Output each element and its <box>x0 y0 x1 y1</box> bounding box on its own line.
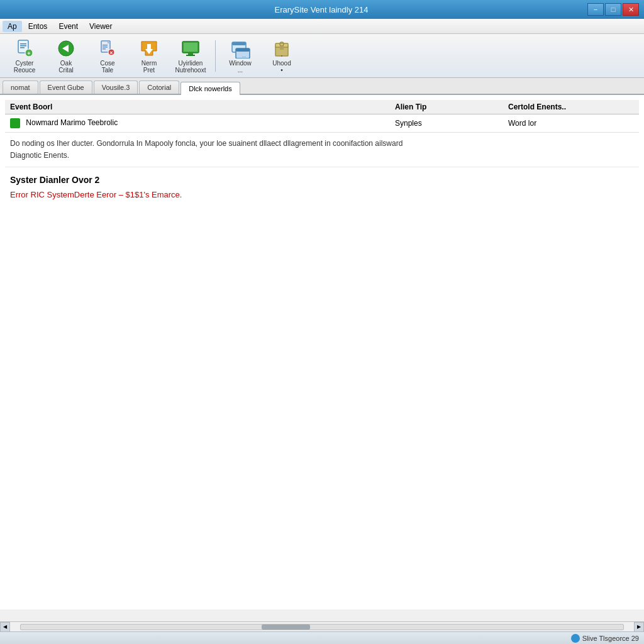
svg-text:...: ... <box>242 53 247 58</box>
page-icon: + <box>14 38 35 58</box>
col-header-certold: Certold Enents.. <box>508 103 634 111</box>
svg-rect-19 <box>184 43 197 52</box>
tab-bar: nomat Event Gube Vousile.3 Cotorial Dlck… <box>0 78 644 95</box>
event-list-header: Event Boorl Alien Tip Certold Enents.. <box>5 100 639 114</box>
minimize-button[interactable]: − <box>587 3 604 16</box>
toolbar-label-cose: Cose Tale <box>100 60 114 74</box>
maximize-button[interactable]: □ <box>605 3 621 16</box>
window-controls: − □ ✕ <box>587 3 639 16</box>
menu-item-entos[interactable]: Entos <box>23 21 53 32</box>
toolbar-btn-cose[interactable]: × Cose Tale <box>88 37 127 75</box>
tab-event-gube[interactable]: Event Gube <box>40 80 92 94</box>
toolbar-label-window: Window ... <box>229 60 252 74</box>
sub-section-title: Syster Dianler Ovor 2 <box>5 167 639 187</box>
status-bar: Slive Tlsgeorce 29 <box>0 631 644 644</box>
table-row[interactable]: Nowmard Marimo Teebrolic Synples Word lo… <box>5 114 639 133</box>
svg-rect-11 <box>103 47 108 48</box>
toolbar-label-cyster: Cyster Reouce <box>14 60 35 74</box>
menu-item-viewer[interactable]: Viewer <box>84 21 117 32</box>
toolbar-label-uhood: Uhood • <box>272 60 291 74</box>
svg-rect-12 <box>103 48 106 50</box>
package-icon: • <box>272 38 292 58</box>
svg-rect-21 <box>186 55 195 56</box>
toolbar-separator-1 <box>215 40 216 72</box>
tab-dlck-nowerlds[interactable]: Dlck nowerlds <box>180 82 240 95</box>
tab-cotorial[interactable]: Cotorial <box>139 80 179 94</box>
col-header-alien: Alien Tip <box>395 103 508 111</box>
svg-text:•: • <box>281 53 283 58</box>
event-details-text: Do noding os Iher ducter. Gondorrula In … <box>10 139 402 160</box>
svg-text:×: × <box>109 50 113 56</box>
toolbar-btn-uhood[interactable]: • Uhood • <box>262 37 301 75</box>
event-desc: Word lor <box>508 119 634 128</box>
col-header-event: Event Boorl <box>10 103 395 111</box>
tab-nomat[interactable]: nomat <box>3 80 38 94</box>
screen-icon <box>180 38 201 58</box>
toolbar-label-oak: Oak Crital <box>58 60 73 74</box>
svg-rect-3 <box>20 47 25 48</box>
toolbar-btn-window[interactable]: ... Window ... <box>221 37 260 75</box>
svg-rect-17 <box>147 44 151 49</box>
event-type: Synples <box>395 119 508 128</box>
scrollbar-track[interactable] <box>20 624 624 630</box>
toolbar-btn-cyster[interactable]: + Cyster Reouce <box>5 37 44 75</box>
menu-bar: Ap Entos Event Viewer <box>0 19 644 34</box>
horizontal-scrollbar: ◀ ▶ <box>0 621 644 631</box>
menu-item-ap[interactable]: Ap <box>3 21 22 32</box>
svg-rect-1 <box>20 43 26 45</box>
event-name: Nowmard Marimo Teebrolic <box>10 118 395 128</box>
window-icon: ... <box>230 38 250 58</box>
scrollbar-thumb[interactable] <box>262 625 310 630</box>
menu-item-event[interactable]: Event <box>53 21 83 32</box>
svg-rect-25 <box>236 48 250 52</box>
event-status-icon <box>10 118 20 128</box>
toolbar: + Cyster Reouce Oak Crital × Cose <box>0 34 644 78</box>
title-bar: ErarySite Vent laindly 214 − □ ✕ <box>0 0 644 19</box>
svg-text:+: + <box>27 50 30 57</box>
error-message: Error RIC SystemDerte Eeror – $1$1's Ema… <box>5 187 639 202</box>
svg-rect-30 <box>280 46 284 50</box>
svg-rect-2 <box>20 45 26 47</box>
tab-vousile[interactable]: Vousile.3 <box>94 80 138 94</box>
window-title: ErarySite Vent laindly 214 <box>55 5 587 14</box>
doc-icon: × <box>97 38 118 58</box>
toolbar-label-uyirliden: Uyirliden Nutrehooxt <box>175 60 206 74</box>
svg-rect-10 <box>103 45 108 46</box>
close-button[interactable]: ✕ <box>623 3 639 16</box>
toolbar-btn-oak[interactable]: Oak Crital <box>47 37 86 75</box>
scroll-right-button[interactable]: ▶ <box>634 622 644 632</box>
status-text: Slive Tlsgeorce 29 <box>582 635 639 642</box>
down-arrow-icon <box>139 38 159 58</box>
scroll-left-button[interactable]: ◀ <box>0 622 10 632</box>
status-icon <box>571 634 580 643</box>
toolbar-label-nerm: Nerm Pret <box>142 60 157 74</box>
svg-rect-20 <box>188 53 193 55</box>
svg-rect-23 <box>232 42 246 45</box>
main-content: Event Boorl Alien Tip Certold Enents.. N… <box>0 95 644 609</box>
toolbar-btn-uyirliden[interactable]: Uyirliden Nutrehooxt <box>171 37 210 75</box>
toolbar-btn-nerm[interactable]: Nerm Pret <box>130 37 169 75</box>
back-icon <box>56 38 76 58</box>
event-details: Do noding os Iher ducter. Gondorrula In … <box>5 133 639 167</box>
